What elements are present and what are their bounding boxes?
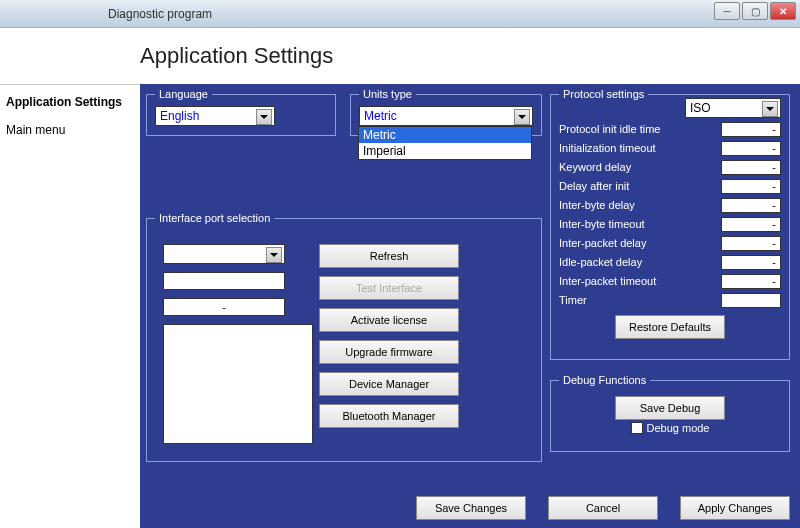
- language-combo[interactable]: English: [155, 106, 275, 126]
- proto-value[interactable]: -: [721, 198, 781, 213]
- save-changes-button[interactable]: Save Changes: [416, 496, 526, 520]
- sidebar-item-app-settings[interactable]: Application Settings: [6, 93, 134, 111]
- port-field-3[interactable]: -: [163, 298, 285, 316]
- protocol-legend: Protocol settings: [559, 88, 648, 100]
- debug-legend: Debug Functions: [559, 374, 650, 386]
- units-legend: Units type: [359, 88, 416, 100]
- debug-mode-label: Debug mode: [647, 422, 710, 434]
- proto-value[interactable]: -: [721, 236, 781, 251]
- proto-value[interactable]: -: [721, 274, 781, 289]
- units-option-metric[interactable]: Metric: [359, 127, 531, 143]
- debug-group: Debug Functions Save Debug Debug mode: [550, 374, 790, 452]
- sidebar-item-main-menu[interactable]: Main menu: [6, 121, 134, 139]
- proto-value[interactable]: -: [721, 122, 781, 137]
- sidebar: Application Settings Main menu: [0, 84, 140, 528]
- proto-label: Idle-packet delay: [559, 256, 642, 268]
- window-title: Diagnostic program: [108, 7, 212, 21]
- proto-label: Protocol init idle time: [559, 123, 661, 135]
- apply-changes-button[interactable]: Apply Changes: [680, 496, 790, 520]
- upgrade-firmware-button[interactable]: Upgrade firmware: [319, 340, 459, 364]
- cancel-button[interactable]: Cancel: [548, 496, 658, 520]
- proto-value[interactable]: -: [721, 255, 781, 270]
- language-group: Language English: [146, 88, 336, 136]
- proto-label: Inter-byte delay: [559, 199, 635, 211]
- proto-value[interactable]: -: [721, 179, 781, 194]
- port-listbox[interactable]: [163, 324, 313, 444]
- bottom-buttons: Save Changes Cancel Apply Changes: [416, 496, 790, 520]
- units-combo[interactable]: Metric: [359, 106, 533, 126]
- protocol-rows: Protocol init idle time- Initialization …: [559, 120, 781, 309]
- port-legend: Interface port selection: [155, 212, 274, 224]
- minimize-button[interactable]: ─: [714, 2, 740, 20]
- proto-value[interactable]: -: [721, 141, 781, 156]
- protocol-group: Protocol settings ISO Protocol init idle…: [550, 88, 790, 360]
- proto-value[interactable]: -: [721, 217, 781, 232]
- maximize-button[interactable]: ▢: [742, 2, 768, 20]
- units-value: Metric: [364, 109, 397, 123]
- refresh-button[interactable]: Refresh: [319, 244, 459, 268]
- proto-label: Initialization timeout: [559, 142, 656, 154]
- save-debug-button[interactable]: Save Debug: [615, 396, 725, 420]
- close-button[interactable]: ✕: [770, 2, 796, 20]
- test-interface-button: Test Interface: [319, 276, 459, 300]
- port-field-2[interactable]: [163, 272, 285, 290]
- bluetooth-manager-button[interactable]: Bluetooth Manager: [319, 404, 459, 428]
- proto-label: Inter-packet delay: [559, 237, 646, 249]
- restore-defaults-button[interactable]: Restore Defaults: [615, 315, 725, 339]
- port-group: Interface port selection - Refresh Test …: [146, 212, 542, 462]
- proto-value[interactable]: -: [721, 160, 781, 175]
- protocol-combo-value: ISO: [690, 101, 711, 115]
- proto-label: Delay after init: [559, 180, 629, 192]
- proto-label: Inter-byte timeout: [559, 218, 645, 230]
- device-manager-button[interactable]: Device Manager: [319, 372, 459, 396]
- units-option-imperial[interactable]: Imperial: [359, 143, 531, 159]
- language-value: English: [160, 109, 199, 123]
- proto-label: Inter-packet timeout: [559, 275, 656, 287]
- main-panel: Language English Units type Metric Metri…: [140, 84, 800, 528]
- titlebar: Diagnostic program ─ ▢ ✕: [0, 0, 800, 28]
- activate-license-button[interactable]: Activate license: [319, 308, 459, 332]
- debug-mode-checkbox[interactable]: [631, 422, 643, 434]
- port-combo[interactable]: [163, 244, 285, 264]
- proto-label: Timer: [559, 294, 587, 306]
- header: Application Settings: [0, 28, 800, 84]
- language-legend: Language: [155, 88, 212, 100]
- page-title: Application Settings: [140, 43, 333, 69]
- units-dropdown[interactable]: Metric Imperial: [358, 126, 532, 160]
- protocol-combo[interactable]: ISO: [685, 98, 781, 118]
- window-controls: ─ ▢ ✕: [714, 2, 796, 20]
- proto-label: Keyword delay: [559, 161, 631, 173]
- proto-value[interactable]: [721, 293, 781, 308]
